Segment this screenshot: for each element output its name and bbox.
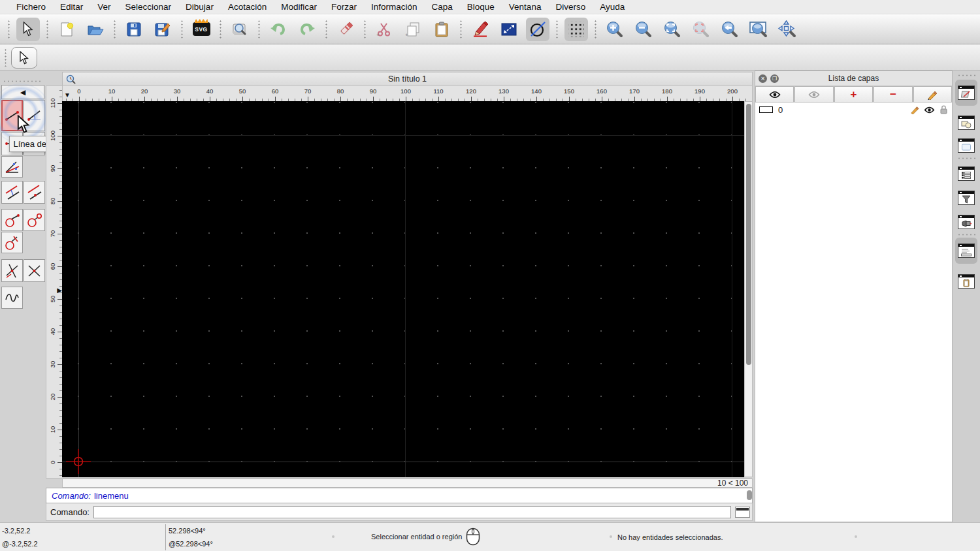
cut-button[interactable]: + xyxy=(372,18,396,41)
document-window-icon xyxy=(66,74,76,84)
menu-capa[interactable]: Capa xyxy=(425,2,460,12)
dock-layer-list-toggle[interactable] xyxy=(955,80,977,106)
dock-tool-options-toggle[interactable] xyxy=(955,209,977,235)
h-ruler-label: 160 xyxy=(592,87,612,95)
zoom-redraw-button[interactable] xyxy=(689,18,713,41)
toolbar-grip[interactable] xyxy=(459,20,463,39)
toolbar-grip[interactable] xyxy=(46,20,49,39)
palette-back-button[interactable]: ◀ xyxy=(1,85,44,99)
layer-visibility-eye-icon[interactable] xyxy=(924,106,935,114)
menu-editar[interactable]: Editar xyxy=(53,2,90,12)
print-preview-button[interactable] xyxy=(228,18,252,41)
dock-command-line-toggle[interactable] xyxy=(955,238,977,264)
open-file-button[interactable] xyxy=(84,18,107,41)
menu-ver[interactable]: Ver xyxy=(90,2,118,12)
zoom-window-button[interactable] xyxy=(747,18,770,41)
palette-grip[interactable] xyxy=(3,80,43,83)
floppy-pencil-icon xyxy=(154,21,171,38)
zoom-in-button[interactable] xyxy=(603,18,627,41)
toolbar-grip[interactable] xyxy=(4,48,7,67)
dock-entity-list-toggle[interactable] xyxy=(955,161,977,187)
close-icon[interactable]: ✕ xyxy=(759,74,767,83)
save-button[interactable] xyxy=(122,18,146,41)
line-freehand-tool[interactable] xyxy=(1,287,23,309)
toolbar-grip[interactable] xyxy=(180,20,184,39)
select-tool-button-2[interactable] xyxy=(11,47,37,69)
pen-edit-button[interactable] xyxy=(468,18,492,41)
undo-arrow-icon xyxy=(269,21,287,38)
command-history-label: Comando: xyxy=(52,491,91,501)
menu-ventana[interactable]: Ventana xyxy=(502,2,549,12)
command-input[interactable] xyxy=(93,506,731,518)
svg-export-button[interactable]: SVG xyxy=(189,18,213,41)
menu-fichero[interactable]: Fichero xyxy=(9,2,53,12)
dock-block-list-toggle[interactable] xyxy=(955,110,977,136)
line-tangent-point-circle-tool[interactable] xyxy=(1,209,23,231)
h-ruler-label: 130 xyxy=(494,87,514,95)
canvas-title-bar[interactable]: Sin título 1 xyxy=(62,72,753,86)
toolbar-grip[interactable] xyxy=(325,20,328,39)
menu-bloque[interactable]: Bloque xyxy=(460,2,502,12)
toolbar-grip[interactable] xyxy=(594,20,597,39)
layer-row[interactable]: 0 xyxy=(755,102,952,117)
remove-layer-button[interactable]: − xyxy=(874,86,912,102)
menu-acotacion[interactable]: Acotación xyxy=(221,2,274,12)
menu-forzar[interactable]: Forzar xyxy=(324,2,364,12)
layer-color-swatch[interactable] xyxy=(759,106,773,113)
menu-modificar[interactable]: Modificar xyxy=(274,2,324,12)
paste-button[interactable] xyxy=(430,18,453,41)
copy-button[interactable]: + xyxy=(401,18,425,41)
toolbar-grip[interactable] xyxy=(555,20,559,39)
line-relative-angle-tool[interactable] xyxy=(1,259,23,282)
toolbar-grip[interactable] xyxy=(113,20,116,39)
line-bisector-tool[interactable] xyxy=(1,156,23,178)
scrollbar-thumb[interactable] xyxy=(746,104,751,365)
layer-lock-icon[interactable] xyxy=(939,105,948,114)
menu-ayuda[interactable]: Ayuda xyxy=(593,2,632,12)
zoom-auto-button[interactable] xyxy=(661,18,684,41)
zoom-pan-button[interactable] xyxy=(776,18,799,41)
line-orthogonal-tool[interactable] xyxy=(24,259,45,282)
new-file-button[interactable] xyxy=(55,18,78,41)
add-layer-button[interactable]: + xyxy=(834,86,873,102)
dock-grip[interactable] xyxy=(957,74,975,77)
toolbar-grip[interactable] xyxy=(363,20,367,39)
hide-all-layers-button[interactable] xyxy=(794,86,833,102)
save-as-button[interactable] xyxy=(151,18,174,41)
line-parallel-point-tool[interactable] xyxy=(1,181,23,204)
select-tool-button[interactable] xyxy=(16,18,40,41)
grid-toggle[interactable] xyxy=(564,18,588,41)
toolbar-grip[interactable] xyxy=(219,20,222,39)
draft-mode-toggle[interactable] xyxy=(526,18,549,41)
layer-edit-pencil-icon[interactable] xyxy=(910,105,919,114)
float-panel-icon[interactable]: ❐ xyxy=(770,74,779,83)
show-all-layers-button[interactable] xyxy=(755,86,794,102)
undo-button[interactable] xyxy=(267,18,290,41)
edit-layer-button[interactable] xyxy=(913,86,952,102)
menu-seleccionar[interactable]: Seleccionar xyxy=(118,2,179,12)
toolbar-grip[interactable] xyxy=(257,20,261,39)
line-tangent-two-circles-tool[interactable] xyxy=(24,209,45,231)
menu-informacion[interactable]: Información xyxy=(364,2,425,12)
dock-filter-toggle[interactable] xyxy=(955,185,977,211)
drawing-canvas[interactable] xyxy=(62,101,744,477)
dock-library-toggle[interactable] xyxy=(955,133,977,159)
menu-dibujar[interactable]: Dibujar xyxy=(178,2,221,12)
command-detach-button[interactable] xyxy=(735,507,750,518)
workspace-button[interactable] xyxy=(497,18,521,41)
layer-panel-header: ✕ ❐ Lista de capas xyxy=(755,71,952,86)
zoom-previous-button[interactable] xyxy=(718,18,742,41)
canvas-vertical-scrollbar[interactable] xyxy=(744,101,753,477)
dock-clipboard-toggle[interactable] xyxy=(955,268,977,294)
zoom-out-button[interactable] xyxy=(632,18,655,41)
zoom-redraw-icon xyxy=(692,20,710,39)
line-parallel-tool[interactable] xyxy=(24,181,45,204)
menu-diverso[interactable]: Diverso xyxy=(548,2,593,12)
command-history-scrollbar[interactable] xyxy=(747,490,752,500)
redo-button[interactable] xyxy=(295,18,319,41)
blue-rect-arrow-icon xyxy=(500,21,518,38)
delete-button[interactable] xyxy=(334,18,357,41)
line-tangent-orthogonal-tool[interactable] xyxy=(1,232,23,253)
red-pencil-icon xyxy=(471,21,489,38)
toolbar-grip[interactable] xyxy=(7,20,10,39)
